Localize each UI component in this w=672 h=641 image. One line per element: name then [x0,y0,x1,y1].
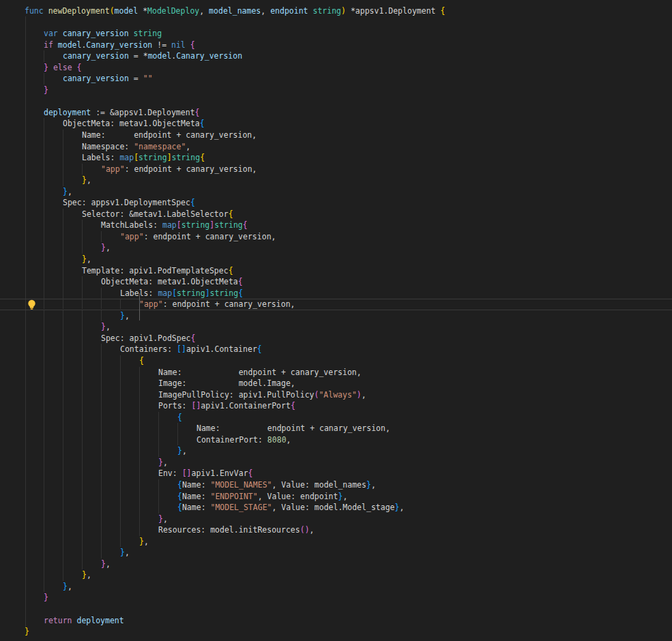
code-line[interactable]: { [0,412,672,423]
code-line[interactable]: "app": endpoint + canary_version, [0,231,672,243]
code-line[interactable]: Template: apiv1.PodTemplateSpec{ [0,265,672,277]
indent-guides [44,220,83,231]
code-line[interactable]: ObjectMeta: metav1.ObjectMeta{ [0,118,672,130]
indent-guides [44,209,63,220]
indent-guides [44,378,140,389]
code-line[interactable]: canary_version = *model.Canary_version [0,50,672,62]
code-line[interactable]: {Name: "MODEL_NAMES", Value: model_names… [0,479,672,491]
code-text: "app": endpoint + canary_version, [120,231,276,243]
code-line[interactable]: canary_version = "" [0,73,672,85]
code-line[interactable] [0,603,672,615]
code-text: } [25,626,29,638]
code-line[interactable]: }, [0,547,672,558]
code-line[interactable]: Name: endpoint + canary_version, [0,423,672,434]
indent-guides [44,423,178,434]
code-line[interactable] [0,17,672,29]
code-line[interactable]: } [0,592,672,603]
code-text: {Name: "MODEL_NAMES", Value: model_names… [177,479,376,491]
indent-guides [44,141,63,153]
code-text: Name: endpoint + canary_version, [158,367,362,378]
code-line[interactable]: }, [0,445,672,457]
code-line[interactable]: }, [0,457,672,468]
code-line[interactable] [0,95,672,107]
code-line[interactable]: } else { [0,62,672,74]
code-line[interactable]: Namespace: "namespace", [0,141,672,153]
code-text: Env: []apiv1.EnvVar{ [158,468,253,479]
code-text: }, [82,254,91,265]
code-line[interactable]: ContainerPort: 8080, [0,434,672,446]
code-line[interactable]: if model.Canary_version != nil { [0,40,672,51]
code-line[interactable]: Labels: map[string]string{ [0,288,672,299]
code-line[interactable]: func newDeployment(model *ModelDeploy, m… [0,5,672,17]
code-line[interactable]: } [0,626,672,638]
indent-guides [44,389,140,401]
code-editor[interactable]: func newDeployment(model *ModelDeploy, m… [0,0,672,641]
code-line[interactable]: Selector: &metav1.LabelSelector{ [0,209,672,220]
code-text: }, [63,186,72,198]
code-text: } else { [44,62,81,74]
indent-guides [44,242,83,254]
code-line[interactable]: Spec: apiv1.PodSpec{ [0,333,672,344]
code-text: Spec: apiv1.PodSpec{ [101,333,196,344]
lightbulb-icon[interactable] [27,299,37,310]
code-line-current[interactable]: "app": endpoint + canary_version, [0,299,672,310]
indent-guides [44,118,44,130]
code-text: {Name: "MODEL_STAGE", Value: model.Model… [177,502,404,513]
code-line[interactable]: }, [0,186,672,198]
code-line[interactable]: return deployment [0,615,672,627]
indent-guides [44,276,83,288]
code-line[interactable]: }, [0,581,672,593]
code-line[interactable]: Ports: []apiv1.ContainerPort{ [0,400,672,412]
code-line[interactable]: }, [0,175,672,186]
code-line[interactable]: }, [0,254,672,265]
code-line[interactable]: ObjectMeta: metav1.ObjectMeta{ [0,276,672,288]
code-line[interactable]: }, [0,536,672,548]
code-line[interactable]: {Name: "ENDPOINT", Value: endpoint}, [0,491,672,503]
code-line[interactable]: { [0,355,672,367]
code-text: }, [101,558,111,570]
code-line[interactable]: }, [0,242,672,254]
code-line[interactable]: deployment := &appsv1.Deployment{ [0,107,672,119]
code-line[interactable]: }, [0,310,672,322]
code-area[interactable]: func newDeployment(model *ModelDeploy, m… [0,5,672,638]
code-text: }, [63,581,72,593]
code-text: Ports: []apiv1.ContainerPort{ [158,400,295,412]
code-text: func newDeployment(model *ModelDeploy, m… [25,5,445,17]
code-line[interactable]: }, [0,321,672,333]
code-text: }, [82,175,91,186]
code-line[interactable]: ImagePullPolicy: apiv1.PullPolicy("Alway… [0,389,672,401]
code-line[interactable]: {Name: "MODEL_STAGE", Value: model.Model… [0,502,672,513]
code-text: }, [101,321,111,333]
indent-guides [44,524,140,536]
code-line[interactable]: Containers: []apiv1.Container{ [0,344,672,355]
indent-guides [44,355,121,367]
code-line[interactable]: Labels: map[string]string{ [0,152,672,164]
indent-guides [44,434,178,446]
code-line[interactable]: Name: endpoint + canary_version, [0,130,672,141]
code-line[interactable]: Image: model.Image, [0,378,672,389]
code-line[interactable]: Env: []apiv1.EnvVar{ [0,468,672,479]
indent-guides [44,400,140,412]
code-line[interactable]: }, [0,558,672,570]
indent-guides [44,186,44,198]
code-line[interactable]: MatchLabels: map[string]string{ [0,220,672,231]
indent-guides [44,231,102,243]
code-line[interactable]: }, [0,569,672,581]
code-line[interactable]: }, [0,513,672,525]
code-text: {Name: "ENDPOINT", Value: endpoint}, [177,491,347,503]
indent-guides [44,197,44,209]
code-line[interactable]: Name: endpoint + canary_version, [0,367,672,378]
code-text: { [177,412,182,423]
code-text: Spec: appsv1.DeploymentSpec{ [63,197,195,209]
code-line[interactable]: } [0,85,672,96]
indent-guides [44,254,63,265]
indent-guides [44,310,102,322]
indent-guides [44,321,83,333]
indent-guides [44,558,83,570]
code-line[interactable]: var canary_version string [0,28,672,40]
code-line[interactable]: "app": endpoint + canary_version, [0,164,672,175]
code-line[interactable]: Spec: appsv1.DeploymentSpec{ [0,197,672,209]
code-line[interactable]: Resources: model.initResources(), [0,524,672,536]
code-text: Image: model.Image, [158,378,295,389]
indent-guides [44,333,83,344]
